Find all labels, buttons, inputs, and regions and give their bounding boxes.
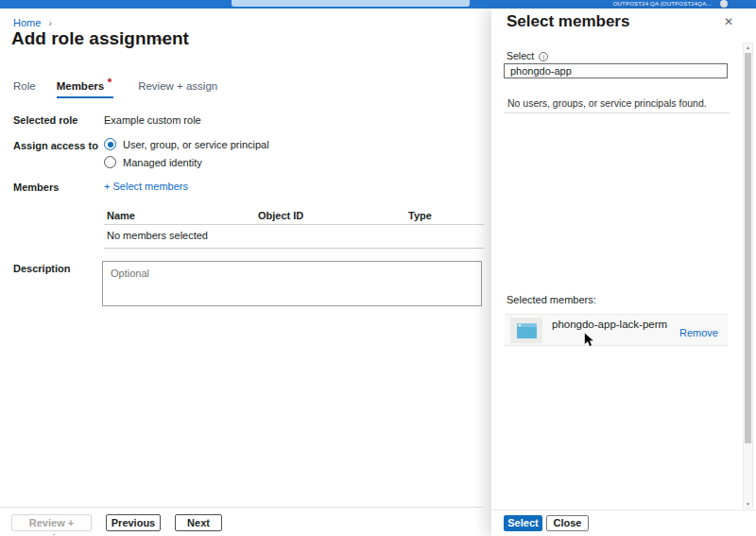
select-members-link[interactable]: + Select members (104, 181, 188, 192)
selected-members-label: Selected members: (507, 294, 596, 305)
radio-option-managed-identity-label: Managed identity (123, 157, 202, 168)
members-label: Members (13, 182, 59, 193)
breadcrumb: Home › (13, 17, 52, 28)
tab-members-label: Members (57, 80, 105, 92)
selected-role-value: Example custom role (104, 114, 201, 126)
top-nav-bar: OUTPOST24 QA (OUTPOST24QA... (0, 0, 756, 9)
close-icon[interactable]: ✕ (724, 15, 733, 28)
scroll-down-icon[interactable]: ▼ (744, 501, 752, 507)
next-button[interactable]: Next (175, 514, 222, 531)
select-field-label: Selecti (507, 50, 548, 61)
members-table: Name Object ID Type No members selected (104, 209, 484, 249)
unsaved-changes-dot (108, 78, 112, 82)
panel-title: Select members (507, 12, 629, 31)
select-button[interactable]: Select (504, 515, 542, 531)
selected-member-item: phongdo-app-lack-perm Remove (505, 314, 728, 346)
avatar[interactable] (720, 0, 728, 8)
azure-portal-screen: OUTPOST24 QA (OUTPOST24QA... Home › Add … (0, 0, 756, 536)
account-name[interactable]: OUTPOST24 QA (OUTPOST24QA... (613, 1, 712, 7)
radio-option-managed-identity[interactable]: Managed identity (104, 156, 202, 168)
remove-member-link[interactable]: Remove (679, 327, 718, 338)
breadcrumb-home-link[interactable]: Home (13, 17, 41, 28)
tab-bar: Role Members Review + assign (13, 80, 238, 98)
no-results-text: No users, groups, or service principals … (507, 97, 707, 109)
select-members-panel: Select members ✕ Selecti No users, group… (491, 9, 756, 536)
radio-option-user-group[interactable]: User, group, or service principal (104, 138, 269, 150)
more-menu-icon[interactable]: ··· (156, 34, 169, 45)
panel-footer: Select Close (491, 510, 756, 536)
column-header-type: Type (408, 210, 432, 221)
description-textarea[interactable] (102, 261, 482, 306)
global-search-input[interactable] (232, 0, 470, 7)
member-search-input[interactable] (504, 63, 728, 78)
scrollbar-thumb[interactable] (745, 53, 751, 443)
no-members-text: No members selected (107, 230, 208, 241)
members-table-empty-row: No members selected (104, 225, 484, 249)
member-name: phongdo-app-lack-perm (552, 319, 667, 330)
assign-access-label: Assign access to (13, 140, 98, 151)
column-header-name: Name (107, 210, 135, 221)
radio-unselected-icon[interactable] (104, 156, 116, 168)
app-icon (510, 318, 542, 343)
tab-review-assign-label: Review + assign (138, 80, 217, 92)
divider (505, 112, 730, 113)
close-button[interactable]: Close (546, 515, 589, 531)
members-table-header-row: Name Object ID Type (104, 209, 484, 225)
tab-review-assign[interactable]: Review + assign (138, 80, 217, 98)
tab-members[interactable]: Members (57, 80, 114, 98)
info-icon[interactable]: i (539, 52, 548, 61)
tab-role-label: Role (13, 80, 36, 92)
tab-role[interactable]: Role (13, 80, 36, 98)
review-assign-button[interactable]: Review + assign (11, 514, 92, 531)
radio-selected-icon[interactable] (104, 138, 116, 150)
scroll-up-icon[interactable]: ▲ (744, 44, 752, 50)
previous-button[interactable]: Previous (106, 514, 161, 531)
chevron-right-icon: › (48, 18, 51, 28)
radio-option-user-group-label: User, group, or service principal (123, 139, 269, 150)
description-label: Description (13, 263, 71, 274)
mouse-cursor-icon (582, 332, 596, 349)
panel-scrollbar[interactable]: ▲ ▼ (743, 43, 753, 509)
column-header-object-id: Object ID (258, 210, 303, 221)
wizard-footer: Review + assign Previous Next (0, 507, 484, 536)
selected-role-label: Selected role (13, 114, 77, 126)
